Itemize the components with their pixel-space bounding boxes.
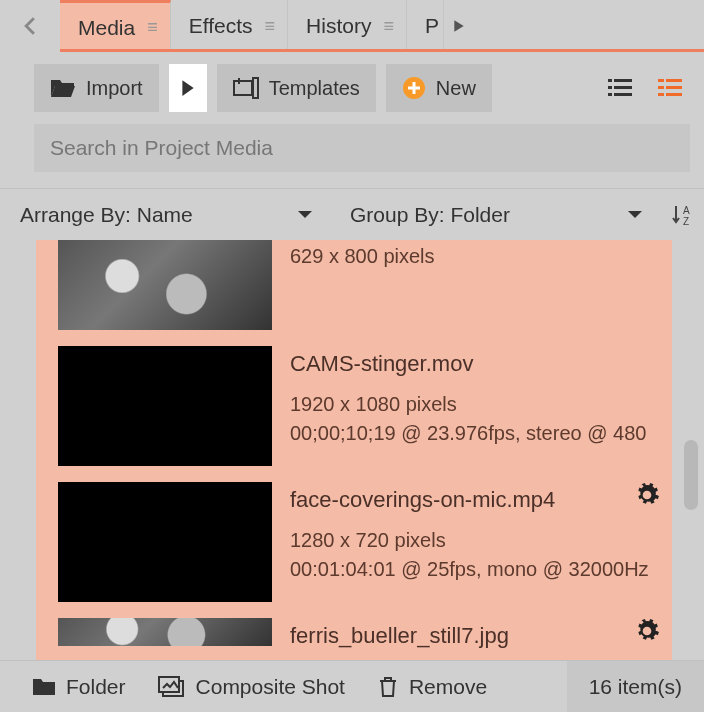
scrollbar-thumb[interactable] bbox=[684, 440, 698, 510]
composite-shot-button[interactable]: Composite Shot bbox=[142, 661, 361, 712]
list-item[interactable]: face-coverings-on-mic.mp4 1280 x 720 pix… bbox=[36, 474, 672, 610]
composite-label: Composite Shot bbox=[196, 675, 345, 699]
svg-rect-5 bbox=[608, 79, 612, 82]
item-dimensions: 629 x 800 pixels bbox=[290, 242, 658, 271]
item-details: 00;00;10;19 @ 23.976fps, stereo @ 480 bbox=[290, 419, 658, 448]
sort-az-button[interactable]: AZ bbox=[660, 189, 704, 240]
tab-media[interactable]: Media ≡ bbox=[60, 0, 171, 52]
list-item[interactable]: ferris_bueller_still7.jpg bbox=[36, 610, 672, 660]
arrange-bar: Arrange By: Name Group By: Folder AZ bbox=[0, 188, 704, 240]
thumbnail bbox=[58, 346, 272, 466]
import-label: Import bbox=[86, 77, 143, 100]
media-panel: Media ≡ Effects ≡ History ≡ P Import bbox=[0, 0, 704, 712]
tab-partial[interactable]: P bbox=[407, 0, 444, 52]
thumbnail bbox=[58, 618, 272, 646]
thumbnail-view-icon[interactable] bbox=[650, 78, 690, 98]
grip-icon: ≡ bbox=[265, 16, 274, 37]
search-row bbox=[0, 124, 704, 188]
grip-icon: ≡ bbox=[147, 17, 156, 38]
new-label: New bbox=[436, 77, 476, 100]
tab-effects[interactable]: Effects ≡ bbox=[171, 0, 288, 52]
tab-scroll-right[interactable] bbox=[444, 0, 474, 52]
group-label: Group By: Folder bbox=[350, 203, 510, 227]
svg-rect-8 bbox=[614, 86, 632, 89]
svg-rect-10 bbox=[614, 93, 632, 96]
svg-rect-15 bbox=[658, 93, 664, 96]
tab-scroll-left[interactable] bbox=[0, 0, 60, 52]
thumbnail bbox=[58, 482, 272, 602]
item-dimensions: 1920 x 1080 pixels bbox=[290, 390, 658, 419]
list-view-icon[interactable] bbox=[600, 78, 640, 98]
item-dimensions: 1280 x 720 pixels bbox=[290, 526, 658, 555]
item-count-text: 16 item(s) bbox=[589, 675, 682, 699]
folder-icon bbox=[32, 677, 56, 697]
tab-label: Media bbox=[78, 16, 135, 40]
toolbar: Import Templates New bbox=[0, 52, 704, 124]
item-title: ferris_bueller_still7.jpg bbox=[290, 620, 658, 652]
svg-text:Z: Z bbox=[683, 216, 689, 227]
svg-rect-7 bbox=[608, 86, 612, 89]
new-folder-button[interactable]: Folder bbox=[16, 661, 142, 712]
list-item[interactable]: 629 x 800 pixels bbox=[36, 240, 672, 338]
thumbnail bbox=[58, 240, 272, 330]
media-list: 629 x 800 pixels CAMS-stinger.mov 1920 x… bbox=[0, 240, 704, 660]
svg-rect-0 bbox=[234, 81, 252, 95]
list-item[interactable]: CAMS-stinger.mov 1920 x 1080 pixels 00;0… bbox=[36, 338, 672, 474]
media-list-inner: 629 x 800 pixels CAMS-stinger.mov 1920 x… bbox=[36, 240, 672, 660]
tab-strip: Media ≡ Effects ≡ History ≡ P bbox=[0, 0, 704, 52]
svg-rect-12 bbox=[666, 79, 682, 82]
import-button[interactable]: Import bbox=[34, 64, 159, 112]
item-count: 16 item(s) bbox=[567, 661, 704, 712]
item-meta: 629 x 800 pixels bbox=[290, 240, 658, 330]
chevron-down-icon bbox=[626, 209, 644, 221]
tab-history[interactable]: History ≡ bbox=[288, 0, 407, 52]
svg-rect-9 bbox=[608, 93, 612, 96]
templates-icon bbox=[233, 77, 259, 99]
item-meta: ferris_bueller_still7.jpg bbox=[290, 618, 658, 660]
trash-icon bbox=[377, 675, 399, 699]
templates-button[interactable]: Templates bbox=[217, 64, 376, 112]
folder-label: Folder bbox=[66, 675, 126, 699]
svg-rect-13 bbox=[658, 86, 664, 89]
svg-rect-11 bbox=[658, 79, 664, 82]
chevron-down-icon bbox=[296, 209, 314, 221]
bottom-bar: Folder Composite Shot Remove 16 item(s) bbox=[0, 660, 704, 712]
play-button[interactable] bbox=[169, 64, 207, 112]
item-title: face-coverings-on-mic.mp4 bbox=[290, 484, 658, 516]
gear-icon[interactable] bbox=[634, 482, 660, 508]
item-title: CAMS-stinger.mov bbox=[290, 348, 658, 380]
svg-rect-3 bbox=[253, 78, 258, 98]
plus-circle-icon bbox=[402, 76, 426, 100]
tab-label: History bbox=[306, 14, 371, 38]
remove-button[interactable]: Remove bbox=[361, 661, 503, 712]
item-meta: face-coverings-on-mic.mp4 1280 x 720 pix… bbox=[290, 482, 658, 602]
tab-label: Effects bbox=[189, 14, 253, 38]
svg-rect-14 bbox=[666, 86, 682, 89]
svg-text:A: A bbox=[683, 205, 690, 216]
group-by-dropdown[interactable]: Group By: Folder bbox=[330, 189, 660, 240]
tab-label: P bbox=[425, 14, 439, 38]
arrange-by-dropdown[interactable]: Arrange By: Name bbox=[0, 189, 330, 240]
item-meta: CAMS-stinger.mov 1920 x 1080 pixels 00;0… bbox=[290, 346, 658, 466]
grip-icon: ≡ bbox=[383, 16, 392, 37]
tab-underline bbox=[60, 49, 704, 52]
item-details: 00:01:04:01 @ 25fps, mono @ 32000Hz bbox=[290, 555, 658, 584]
arrange-label: Arrange By: Name bbox=[20, 203, 193, 227]
remove-label: Remove bbox=[409, 675, 487, 699]
play-icon bbox=[181, 79, 195, 97]
folder-open-icon bbox=[50, 77, 76, 99]
svg-rect-6 bbox=[614, 79, 632, 82]
templates-label: Templates bbox=[269, 77, 360, 100]
composite-icon bbox=[158, 676, 186, 698]
gear-icon[interactable] bbox=[634, 618, 660, 644]
svg-rect-16 bbox=[666, 93, 682, 96]
new-button[interactable]: New bbox=[386, 64, 492, 112]
search-input[interactable] bbox=[34, 124, 690, 172]
